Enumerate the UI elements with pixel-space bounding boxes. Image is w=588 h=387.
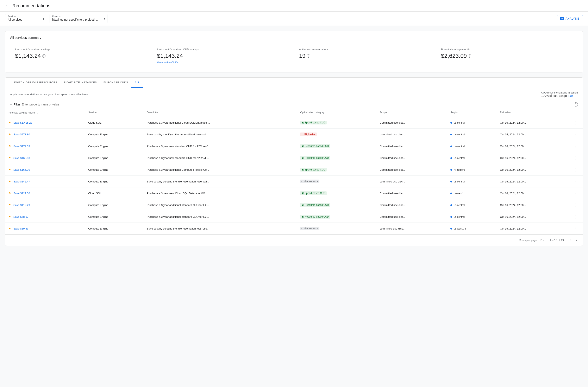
more-button-4[interactable]: ⋮ [572, 166, 580, 173]
save-link-4[interactable]: Save $165.39 [13, 168, 30, 171]
col-header-actions [569, 108, 583, 117]
flag-icon: ⚑ [8, 145, 11, 148]
cell-service-3: Compute Engine [85, 152, 143, 164]
region-badge-9: us-west1-b [450, 227, 466, 230]
cell-actions-3: ⋮ [569, 152, 583, 164]
opt-icon-6: ▣ [301, 192, 304, 195]
cell-scope-9: committed-use-disc... [377, 223, 447, 234]
cell-actions-9: ⋮ [569, 223, 583, 234]
more-button-3[interactable]: ⋮ [572, 155, 580, 161]
summary-card-realized-savings: Last month's realized savings $1,143.24 … [10, 45, 152, 67]
potential-savings-help-icon[interactable]: ? [468, 54, 471, 58]
cell-description-7: Purchase a 3 year additional standard CU… [144, 199, 297, 211]
back-button[interactable]: ← [5, 3, 9, 8]
cell-refreshed-1: Oct 15, 2024, 12:00... [497, 129, 569, 140]
col-header-service: Service [85, 108, 143, 117]
recommendations-table: Potential savings /month ↓ Service Descr… [5, 108, 583, 234]
more-button-6[interactable]: ⋮ [572, 190, 580, 196]
opt-badge-9: □ Idle resource [300, 227, 319, 230]
more-button-8[interactable]: ⋮ [572, 213, 580, 220]
potential-savings-label: Potential savings/month [441, 48, 573, 51]
cell-opt-3: ▣ Resource-based CUD [297, 152, 377, 164]
cell-refreshed-2: Oct 16, 2024, 12:00... [497, 140, 569, 152]
save-link-0[interactable]: Save $1,415.23 [13, 121, 32, 124]
rows-per-page-label: Rows per page: [519, 239, 538, 242]
analysis-button[interactable]: % ANALYSIS [557, 15, 583, 22]
cud-threshold: CUD recommendations threshold 100% of to… [541, 91, 578, 97]
next-page-button[interactable]: › [575, 237, 578, 243]
cell-region-7: us-central [447, 199, 497, 211]
save-link-6[interactable]: Save $127.30 [13, 192, 30, 195]
active-recs-label: Active recommendations [299, 48, 431, 51]
cell-opt-6: ▣ Spend-based CUD [297, 187, 377, 199]
region-dot-7 [450, 204, 452, 206]
save-link-8[interactable]: Save $78.67 [13, 215, 28, 218]
table-row: ⚑ Save $168.53 Compute Engine Purchase a… [5, 152, 583, 164]
tab-right-size[interactable]: RIGHT SIZE INSTANCES [61, 77, 100, 88]
cell-opt-4: ▣ Spend-based CUD [297, 164, 377, 176]
cell-region-3: us-central [447, 152, 497, 164]
opt-icon-1: ⇆ [301, 133, 303, 136]
flag-icon: ⚑ [8, 192, 11, 195]
save-link-1[interactable]: Save $278.80 [13, 133, 30, 136]
save-link-2[interactable]: Save $177.53 [13, 145, 30, 148]
active-recs-help-icon[interactable]: ? [307, 54, 310, 58]
cell-service-1: Compute Engine [85, 129, 143, 140]
cell-service-9: Compute Engine [85, 223, 143, 234]
cell-savings-7: ⚑ Save $112.29 [5, 199, 85, 211]
cell-service-2: Compute Engine [85, 140, 143, 152]
table-footer: Rows per page: 10 ▾ 1 – 10 of 19 ‹ › [5, 234, 583, 246]
flag-icon: ⚑ [8, 168, 11, 171]
region-badge-2: us-central [450, 145, 465, 148]
rec-desc: Apply recommendations to use your cloud … [10, 93, 88, 96]
projects-filter[interactable]: Projects [Savings not specific to a proj… [50, 14, 107, 23]
page-title: Recommendations [12, 3, 50, 8]
cell-opt-1: ⇆ Right-size [297, 129, 377, 140]
opt-icon-3: ▣ [301, 156, 304, 159]
save-link-3[interactable]: Save $168.53 [13, 156, 30, 159]
more-button-2[interactable]: ⋮ [572, 143, 580, 149]
more-button-0[interactable]: ⋮ [572, 119, 580, 126]
save-link-9[interactable]: Save $39.83 [13, 227, 28, 230]
cell-savings-6: ⚑ Save $127.30 [5, 187, 85, 199]
cell-scope-5: committed use disc... [377, 176, 447, 187]
filter-help-icon[interactable]: ? [574, 102, 578, 107]
cud-edit-link[interactable]: Edit [568, 94, 573, 97]
sort-icon[interactable]: ↓ [37, 111, 39, 114]
more-button-9[interactable]: ⋮ [572, 225, 580, 232]
save-link-5[interactable]: Save $142.47 [13, 180, 30, 183]
projects-label: Projects [52, 15, 61, 18]
cell-savings-3: ⚑ Save $168.53 [5, 152, 85, 164]
opt-badge-6: ▣ Spend-based CUD [300, 191, 327, 195]
cell-description-4: Purchase a 3 year additional Compute Fle… [144, 164, 297, 176]
services-filter[interactable]: Services All services ▾ [5, 14, 46, 23]
summary-card-potential-savings: Potential savings/month $2,623.09 ? [436, 45, 578, 67]
tab-all[interactable]: ALL [131, 77, 143, 88]
cell-scope-0: Committed use disc... [377, 117, 447, 129]
active-recs-value: 19 ? [299, 53, 431, 59]
realized-savings-help-icon[interactable]: ? [42, 54, 45, 58]
save-link-7[interactable]: Save $112.29 [13, 204, 30, 207]
top-bar: ← Recommendations [0, 0, 588, 12]
tab-switch-off-idle[interactable]: SWITCH OFF IDLE RESOURCES [10, 77, 61, 88]
filter-input[interactable] [22, 103, 572, 106]
cell-scope-4: Committed use disc... [377, 164, 447, 176]
summary-card-cud-savings: Last month's realized CUD savings $1,143… [152, 45, 294, 67]
analysis-icon: % [560, 17, 564, 20]
rows-per-page-select[interactable]: 10 ▾ [539, 239, 545, 242]
prev-page-button[interactable]: ‹ [569, 237, 572, 243]
more-button-1[interactable]: ⋮ [572, 131, 580, 138]
region-dot-6 [450, 193, 452, 194]
more-button-7[interactable]: ⋮ [572, 202, 580, 208]
cell-region-9: us-west1-b [447, 223, 497, 234]
view-cuds-link[interactable]: View active CUDs [157, 61, 289, 64]
cell-service-4: Compute Engine [85, 164, 143, 176]
region-badge-0: us-central [450, 121, 465, 124]
cell-actions-7: ⋮ [569, 199, 583, 211]
region-dot-1 [450, 134, 452, 135]
cell-scope-7: Committed use disc... [377, 199, 447, 211]
cell-refreshed-8: Oct 16, 2024, 12:00... [497, 211, 569, 223]
tab-purchase-cuds[interactable]: PURCHASE CUDS [100, 77, 131, 88]
opt-badge-2: ▣ Resource-based CUD [300, 144, 330, 148]
more-button-5[interactable]: ⋮ [572, 178, 580, 185]
